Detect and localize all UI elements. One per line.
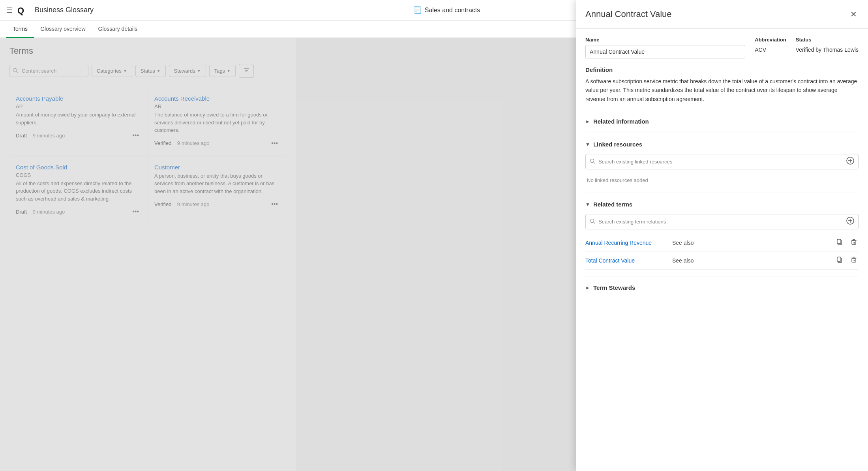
svg-line-13	[594, 162, 595, 164]
svg-text:Q: Q	[17, 6, 24, 15]
term-stewards-section: ► Term Stewards	[585, 276, 859, 293]
linked-resources-search-row	[585, 154, 859, 169]
copy-term-button[interactable]	[835, 238, 844, 248]
chevron-right-icon: ►	[585, 285, 590, 291]
glossary-icon: 📃	[413, 6, 422, 15]
search-icon	[590, 158, 595, 165]
side-panel-title: Annual Contract Value	[585, 9, 672, 19]
glossary-title[interactable]: Sales and contracts	[425, 7, 480, 14]
related-terms-header[interactable]: ▼ Related terms	[585, 199, 859, 209]
related-info-label: Related information	[593, 118, 649, 125]
related-terms-search-input[interactable]	[598, 219, 843, 225]
glossary-nav-area: 📃 Sales and contracts	[413, 6, 480, 15]
related-terms-search-row	[585, 214, 859, 229]
name-field-group: Name	[585, 37, 745, 58]
definition-label: Definition	[585, 66, 859, 73]
related-term-link-arr[interactable]: Annual Recurring Revenue	[585, 240, 672, 246]
add-linked-resource-button[interactable]	[846, 157, 854, 167]
chevron-down-icon: ▼	[585, 142, 590, 147]
svg-rect-31	[852, 259, 856, 262]
logo-area: ☰ Q Business Glossary	[6, 3, 94, 17]
related-term-actions	[835, 238, 859, 248]
related-terms-label: Related terms	[593, 201, 632, 208]
abbr-value: ACV	[755, 45, 786, 53]
definition-section: Definition A software subscription servi…	[585, 66, 859, 103]
related-info-header[interactable]: ► Related information	[585, 116, 859, 126]
linked-resources-header[interactable]: ▼ Linked resources	[585, 139, 859, 149]
related-term-row: Total Contract Value See also	[585, 252, 859, 270]
tab-glossary-details[interactable]: Glossary details	[92, 21, 144, 38]
add-related-term-button[interactable]	[846, 217, 854, 227]
hamburger-icon[interactable]: ☰	[6, 6, 13, 15]
no-linked-resources-text: No linked resources added	[585, 174, 859, 186]
fields-row: Name Abbreviation ACV Status Verified by…	[585, 37, 859, 58]
linked-resources-section: ▼ Linked resources	[585, 133, 859, 186]
linked-resources-label: Linked resources	[593, 141, 642, 148]
search-icon	[590, 218, 595, 225]
delete-term-button[interactable]	[849, 238, 859, 248]
term-stewards-label: Term Stewards	[593, 284, 635, 291]
related-info-section: ► Related information	[585, 110, 859, 126]
related-term-actions	[835, 256, 859, 265]
related-terms-section: ▼ Related terms	[585, 193, 859, 270]
tab-glossary-overview[interactable]: Glossary overview	[34, 21, 92, 38]
related-term-relation: See also	[672, 257, 835, 264]
chevron-right-icon: ►	[585, 119, 590, 124]
side-panel-body: Name Abbreviation ACV Status Verified by…	[576, 29, 868, 471]
linked-resources-search-input[interactable]	[598, 159, 843, 165]
delete-term-button[interactable]	[849, 256, 859, 265]
svg-rect-23	[837, 239, 841, 244]
status-label: Status	[796, 37, 859, 43]
abbr-field-group: Abbreviation ACV	[755, 37, 786, 53]
copy-term-button[interactable]	[835, 256, 844, 265]
name-input[interactable]	[585, 45, 745, 58]
qlik-logo: Q	[17, 3, 31, 17]
side-panel-header: Annual Contract Value ✕	[576, 0, 868, 29]
side-panel: Annual Contract Value ✕ Name Abbreviatio…	[576, 0, 868, 471]
related-terms-content: Annual Recurring Revenue See also	[585, 214, 859, 270]
abbr-label: Abbreviation	[755, 37, 786, 43]
svg-rect-30	[837, 257, 841, 261]
related-term-link-tcv[interactable]: Total Contract Value	[585, 257, 672, 264]
svg-line-18	[594, 222, 595, 224]
term-stewards-header[interactable]: ► Term Stewards	[585, 283, 859, 293]
status-value: Verified by Thomas Lewis	[796, 45, 859, 53]
name-label: Name	[585, 37, 745, 43]
related-term-row: Annual Recurring Revenue See also	[585, 234, 859, 252]
app-name: Business Glossary	[35, 6, 94, 14]
svg-rect-24	[852, 241, 856, 244]
chevron-down-icon: ▼	[585, 202, 590, 207]
tab-terms[interactable]: Terms	[6, 21, 34, 38]
linked-resources-content: No linked resources added	[585, 154, 859, 186]
status-field-group: Status Verified by Thomas Lewis	[796, 37, 859, 53]
close-button[interactable]: ✕	[849, 8, 859, 21]
definition-text: A software subscription service metric t…	[585, 77, 859, 103]
related-term-relation: See also	[672, 240, 835, 246]
